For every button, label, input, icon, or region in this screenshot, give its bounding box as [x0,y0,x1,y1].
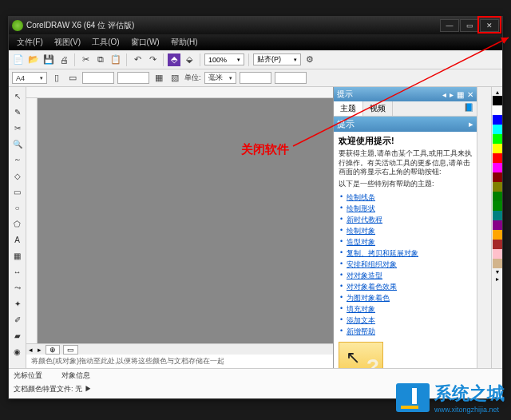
color-swatch[interactable] [493,211,502,220]
menu-file[interactable]: 文件(F) [12,35,48,50]
color-swatch[interactable] [493,192,502,201]
color-swatch[interactable] [493,115,502,125]
menu-help[interactable]: 帮助(H) [166,35,203,50]
export-icon[interactable]: ⬙ [183,53,196,66]
hints-body: 欢迎使用提示! 要获得主题,请单击某个工具,或用工具来执行操作。有关活动工具的更… [334,132,477,368]
hints-link[interactable]: 安排和组织对象 [339,260,472,270]
page-layout2-icon[interactable]: ▧ [168,72,181,85]
page-add-button[interactable]: ⊕ [46,345,60,355]
page-layout-icon[interactable]: ▦ [153,72,165,85]
page-height-spin[interactable] [117,72,149,84]
orientation-landscape-icon[interactable]: ▭ [66,72,79,85]
table-tool-icon[interactable]: ▦ [10,248,25,263]
smart-tool-icon[interactable]: ◇ [10,168,25,183]
color-swatch[interactable] [493,96,502,105]
page-width-spin[interactable] [82,72,114,84]
save-icon[interactable]: 💾 [42,53,55,66]
copy-icon[interactable]: ⧉ [94,53,107,66]
nudge-spin[interactable] [240,72,271,84]
undo-icon[interactable]: ↶ [131,53,144,66]
shape-tool-icon[interactable]: ✎ [10,105,25,119]
tab-topic[interactable]: 主题 [334,101,363,116]
menu-tools[interactable]: 工具(O) [87,35,124,50]
hints-link[interactable]: 添加文本 [339,315,472,326]
app-logo-icon [12,20,23,31]
pagesize-combo[interactable]: A4▾ [12,72,47,84]
ellipse-tool-icon[interactable]: ○ [10,200,25,215]
hints-prev-icon[interactable]: ◂ [442,90,446,99]
connector-tool-icon[interactable]: ⤳ [10,280,25,295]
snap-combo[interactable]: 贴齐(P)▾ [253,53,301,65]
color-swatch[interactable] [493,163,502,172]
drawing-canvas[interactable]: 关闭软件 [38,98,333,343]
cut-icon[interactable]: ✂ [79,53,92,66]
open-icon[interactable]: 📂 [27,53,40,66]
effects-tool-icon[interactable]: ✦ [10,296,25,311]
eyedropper-tool-icon[interactable]: ✐ [10,312,25,327]
polygon-tool-icon[interactable]: ⬠ [10,216,25,231]
hints-link[interactable]: 复制、拷贝和延展对象 [339,248,472,259]
canvas-column: 关闭软件 ◂ ▸ ⊕ ▭ 将颜色(或对象)拖动至此处,以便将这些颜色与文档存储在… [26,87,333,368]
maximize-button[interactable]: ▭ [460,19,479,32]
color-swatch[interactable] [493,144,502,153]
color-swatch[interactable] [493,220,502,230]
hints-link[interactable]: 新增帮助 [339,327,472,337]
hints-link[interactable]: 造型对象 [339,237,472,248]
hints-link[interactable]: 绘制线条 [339,192,472,203]
new-icon[interactable]: 📄 [12,53,25,66]
page-prev-icon[interactable]: ◂ [26,346,35,354]
text-tool-icon[interactable]: A [10,232,25,247]
hints-next-icon[interactable]: ▸ [450,90,454,99]
tab-video[interactable]: 视频 [363,101,393,116]
color-swatch[interactable] [493,172,502,182]
import-icon[interactable]: ⬘ [168,53,180,66]
hints-link[interactable]: 对对象着色效果 [339,282,472,292]
menu-window[interactable]: 窗口(W) [126,35,164,50]
fill-tool-icon[interactable]: ▰ [10,328,25,343]
redo-icon[interactable]: ↷ [146,53,159,66]
hints-settings-icon[interactable]: ▦ [457,90,464,99]
color-swatch[interactable] [493,249,502,259]
pick-tool-icon[interactable]: ↖ [10,89,25,103]
outline-tool-icon[interactable]: ◉ [10,344,25,359]
palette-scroll-up-icon[interactable]: ▴ [496,89,499,96]
hints-link[interactable]: 对对象造型 [339,271,472,281]
dup-spin[interactable] [275,72,307,84]
freehand-tool-icon[interactable]: ～ [10,153,25,167]
color-swatch[interactable] [493,134,502,144]
color-swatch[interactable] [493,240,502,249]
options-icon[interactable]: ⚙ [303,53,316,66]
hints-link[interactable]: 新时代教程 [339,215,472,225]
watermark-url: www.xitongzhijia.net [434,406,505,414]
palette-flyout-icon[interactable]: ▸ [496,275,499,283]
palette-scroll-down-icon[interactable]: ▾ [496,268,499,275]
zoom-combo[interactable]: 100%▾ [204,53,244,65]
rectangle-tool-icon[interactable]: ▭ [10,184,25,199]
color-swatch[interactable] [493,182,502,192]
color-swatch[interactable] [493,153,502,163]
zoom-tool-icon[interactable]: 🔍 [10,137,25,151]
print-icon[interactable]: 🖨 [57,53,70,66]
hints-link[interactable]: 填充对象 [339,304,472,315]
hints-link[interactable]: 为图对象着色 [339,293,472,303]
dimension-tool-icon[interactable]: ↔ [10,264,25,279]
color-swatch[interactable] [493,230,502,240]
hints-link[interactable]: 绘制形状 [339,204,472,214]
color-swatch[interactable] [493,105,502,115]
units-combo[interactable]: 毫米▾ [204,72,236,84]
hints-close-icon[interactable]: ✕ [467,90,473,99]
hints-link[interactable]: 绘制对象 [339,226,472,236]
hints-book-icon[interactable]: 📘 [461,101,477,116]
color-swatch[interactable] [493,259,502,268]
minimize-button[interactable]: — [440,19,459,32]
crop-tool-icon[interactable]: ✂ [10,121,25,135]
page-next-icon[interactable]: ▸ [35,346,44,354]
chevron-right-icon[interactable]: ▸ [469,119,473,129]
paste-icon[interactable]: 📋 [109,53,122,66]
menu-view[interactable]: 视图(V) [50,35,85,50]
orientation-portrait-icon[interactable]: ▯ [50,72,63,85]
close-button[interactable]: ✕ [480,19,499,32]
color-swatch[interactable] [493,125,502,134]
page-tab[interactable]: ▭ [63,345,78,355]
color-swatch[interactable] [493,201,502,211]
